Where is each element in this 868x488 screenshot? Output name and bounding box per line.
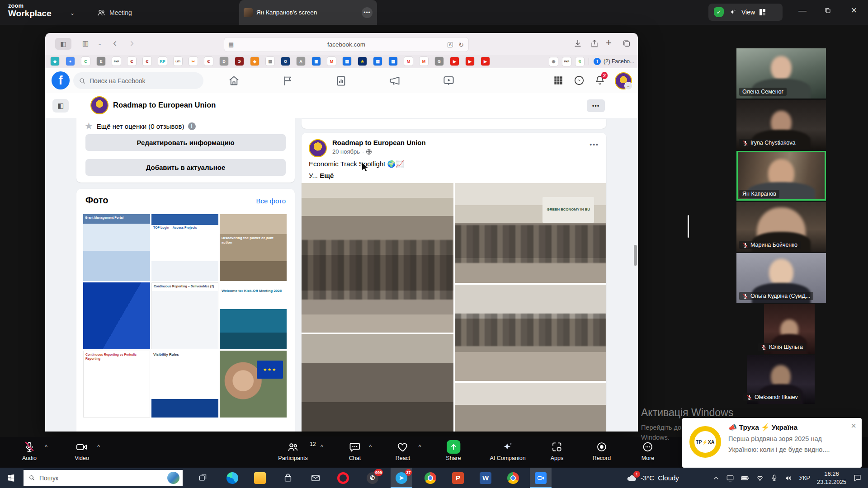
chat-chevron[interactable]: ^ — [369, 444, 372, 450]
opera-icon[interactable] — [332, 468, 354, 488]
back-button[interactable]: ‹ — [113, 37, 117, 49]
powerpoint-icon[interactable]: P — [447, 468, 469, 488]
bookmark-favicon[interactable]: ▤ — [389, 57, 397, 66]
notification-close-icon[interactable]: × — [851, 421, 856, 431]
bookmark-favicon[interactable]: РКР — [112, 57, 121, 66]
menu-grid-icon[interactable] — [552, 75, 564, 86]
tab-options-icon[interactable]: ••• — [362, 7, 373, 18]
bookmark-favicon[interactable]: Є — [143, 57, 151, 66]
battery-icon[interactable] — [741, 474, 750, 483]
share-page-icon[interactable] — [590, 39, 599, 48]
photo-thumbnail[interactable]: ★★★ — [220, 351, 287, 418]
video-options-chevron[interactable]: ^ — [97, 444, 100, 450]
minimize-button[interactable]: — — [792, 0, 813, 21]
photo-thumbnail[interactable]: Grant Management Portal — [83, 214, 150, 281]
bookmark-facebook-tab[interactable]: f (2) Facebo... — [589, 58, 634, 65]
pages-flag-icon[interactable] — [282, 75, 294, 87]
bookmark-favicon[interactable]: ↯ — [576, 57, 584, 66]
bookmark-favicon[interactable]: Э — [235, 57, 244, 66]
participants-button[interactable]: Participants 12 ^ — [278, 440, 307, 461]
tab-group-chevron-icon[interactable]: ⌄ — [98, 41, 102, 47]
more-button[interactable]: More — [642, 440, 654, 461]
photo-thumbnail[interactable]: Discovering the power of joint action — [220, 214, 287, 281]
action-center-icon[interactable] — [853, 474, 862, 482]
messenger-app-icon[interactable]: ✆999 — [362, 468, 383, 488]
bookmark-favicon[interactable]: D — [220, 57, 228, 66]
audio-options-chevron[interactable]: ^ — [45, 444, 47, 450]
photo-thumbnail[interactable]: Visibility Rules — [151, 351, 218, 418]
microsoft-store-icon[interactable] — [277, 468, 299, 488]
edit-info-button[interactable]: Редактировать информацию — [85, 134, 286, 151]
ads-megaphone-icon[interactable] — [389, 75, 401, 87]
tray-mic-icon[interactable] — [770, 474, 778, 482]
see-more-link[interactable]: Ещё — [320, 172, 334, 179]
video-tile[interactable]: Юлія Шульга — [764, 304, 815, 354]
close-button[interactable]: × — [844, 0, 864, 21]
toast-notification[interactable]: ТР⚡ХА 📣 Труха ⚡ Україна Перша різдвяна з… — [682, 418, 862, 468]
bookmark-favicon[interactable]: ▣ — [312, 57, 321, 66]
bookmark-favicon[interactable]: ▶ — [450, 57, 459, 66]
new-tab-icon[interactable]: + — [606, 37, 612, 49]
post-photo-1[interactable] — [302, 183, 453, 333]
post-timestamp[interactable]: 20 ноябрь · — [332, 148, 372, 155]
notifications-bell-icon[interactable]: 2 — [594, 75, 606, 86]
bookmark-favicon[interactable]: ◆ — [51, 57, 59, 66]
video-button[interactable]: Video ^ — [75, 440, 89, 461]
bookmark-favicon[interactable]: M — [327, 57, 336, 66]
all-photos-link[interactable]: Все фото — [256, 197, 286, 205]
bookmark-favicon[interactable]: ◉ — [549, 57, 558, 66]
translate-icon[interactable]: A — [448, 42, 453, 47]
participants-chevron[interactable]: ^ — [321, 444, 323, 450]
reload-icon[interactable]: ↻ — [458, 41, 464, 48]
task-view-button[interactable] — [192, 468, 213, 488]
workspace-chevron-icon[interactable]: ⌄ — [70, 10, 75, 16]
post-author-name[interactable]: Roadmap to European Union — [332, 139, 426, 146]
bookmark-favicon[interactable]: ▶ — [466, 57, 474, 66]
bookmark-favicon[interactable]: LITI — [174, 57, 182, 66]
reader-icon[interactable]: ▤ — [228, 41, 234, 48]
facebook-search-input[interactable]: Поиск на Facebook — [73, 72, 203, 89]
bookmark-favicon[interactable]: Є — [127, 57, 136, 66]
post-author-avatar[interactable] — [309, 139, 327, 157]
browser-scrollbar[interactable] — [634, 245, 637, 266]
post-photo-3[interactable]: GREEN ECONOMY IN EU — [455, 183, 606, 283]
audio-button[interactable]: Audio ^ — [22, 440, 37, 461]
security-shield-icon[interactable]: ✓ — [714, 7, 724, 17]
bookmark-favicon[interactable]: M — [420, 57, 428, 66]
bookmark-favicon[interactable]: ✂ — [189, 57, 198, 66]
taskbar-weather[interactable]: 1 -3°C Cloudy — [626, 468, 679, 488]
bookmark-favicon[interactable]: ▤ — [343, 57, 351, 66]
volume-icon[interactable] — [784, 474, 793, 482]
bookmark-favicon[interactable]: O — [281, 57, 290, 66]
bookmark-favicon[interactable]: C — [81, 57, 90, 66]
photo-thumbnail[interactable]: Welcome to: Kick-Off Meeting 2025 — [220, 282, 287, 349]
taskbar-clock[interactable]: 16:26 23.12.2025 — [817, 470, 846, 486]
wifi-icon[interactable] — [756, 474, 764, 482]
word-icon[interactable]: W — [475, 468, 496, 488]
record-button[interactable]: Record — [593, 440, 611, 461]
bookmark-favicon[interactable]: M — [404, 57, 413, 66]
home-icon[interactable] — [228, 75, 240, 87]
panels-icon[interactable]: ▥ — [82, 39, 89, 47]
sidebar-resize-handle[interactable] — [688, 215, 689, 238]
file-explorer-icon[interactable] — [249, 468, 271, 488]
cast-icon[interactable] — [726, 474, 734, 482]
post-photo-5[interactable] — [455, 383, 606, 432]
bookmark-favicon[interactable]: ◆ — [250, 57, 259, 66]
photo-thumbnail[interactable] — [83, 282, 150, 349]
post-photo-4[interactable] — [455, 285, 606, 381]
post-photo-2[interactable] — [302, 334, 453, 432]
ai-sparkle-icon[interactable] — [728, 8, 737, 17]
sidebar-toggle-button[interactable]: ◧ — [55, 38, 71, 50]
video-tile[interactable]: Oleksandr Ilkaiev — [747, 355, 815, 404]
bookmark-favicon[interactable]: ▤ — [373, 57, 382, 66]
bookmark-favicon[interactable]: A — [297, 57, 305, 66]
react-button[interactable]: React ^ — [396, 440, 410, 461]
view-layout-icon[interactable] — [760, 9, 765, 15]
video-icon[interactable] — [443, 75, 455, 87]
video-tile[interactable]: Марина Бойченко — [736, 202, 826, 252]
info-icon[interactable]: i — [188, 122, 196, 130]
bookmark-favicon[interactable]: Є — [204, 57, 213, 66]
bookmark-favicon[interactable]: E — [97, 57, 105, 66]
zoom-app-icon[interactable] — [530, 468, 552, 488]
